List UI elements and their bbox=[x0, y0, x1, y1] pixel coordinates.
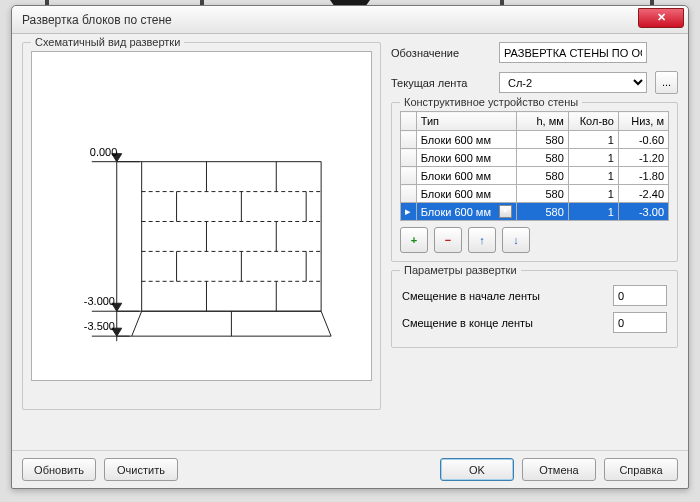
cell-qty[interactable]: 1 bbox=[568, 149, 618, 167]
ok-button[interactable]: OK bbox=[440, 458, 514, 481]
offset-start-row: Смещение в начале ленты bbox=[402, 285, 667, 306]
cell-h[interactable]: 580 bbox=[516, 149, 568, 167]
schematic-preview: 0.000 -3.000 -3.500 bbox=[31, 51, 372, 381]
clear-button[interactable]: Очистить bbox=[104, 458, 178, 481]
cell-low[interactable]: -0.60 bbox=[618, 131, 668, 149]
table-row[interactable]: Блоки 600 мм5801-1.80 bbox=[401, 167, 669, 185]
table-header-qty[interactable]: Кол-во bbox=[568, 112, 618, 131]
svg-text:-3.000: -3.000 bbox=[84, 295, 115, 307]
schematic-legend: Схематичный вид развертки bbox=[31, 36, 184, 48]
wall-table[interactable]: Тип h, мм Кол-во Низ, м Блоки 600 мм5801… bbox=[400, 111, 669, 221]
tape-more-button[interactable]: ... bbox=[655, 71, 678, 94]
designation-label: Обозначение bbox=[391, 47, 491, 59]
window-title: Развертка блоков по стене bbox=[22, 13, 172, 27]
tape-select[interactable]: Сл-2 bbox=[499, 72, 647, 93]
params-legend: Параметры развертки bbox=[400, 264, 521, 276]
cell-qty[interactable]: 1 bbox=[568, 131, 618, 149]
tape-row: Текущая лента Сл-2 ... bbox=[391, 71, 678, 94]
cell-qty[interactable]: 1 bbox=[568, 203, 618, 221]
row-marker bbox=[401, 149, 417, 167]
right-pane: Обозначение Текущая лента Сл-2 ... Конст… bbox=[391, 42, 678, 444]
cell-low[interactable]: -2.40 bbox=[618, 185, 668, 203]
svg-text:0.000: 0.000 bbox=[90, 146, 117, 158]
content-area: Схематичный вид развертки bbox=[12, 34, 688, 450]
cell-qty[interactable]: 1 bbox=[568, 167, 618, 185]
row-marker bbox=[401, 167, 417, 185]
close-button[interactable]: ✕ bbox=[638, 8, 684, 28]
schematic-group: Схематичный вид развертки bbox=[22, 42, 381, 410]
offset-start-label: Смещение в начале ленты bbox=[402, 290, 613, 302]
table-row[interactable]: ▸Блоки 600 мм▾5801-3.00 bbox=[401, 203, 669, 221]
cancel-button[interactable]: Отмена bbox=[522, 458, 596, 481]
row-marker: ▸ bbox=[401, 203, 417, 221]
table-header-low[interactable]: Низ, м bbox=[618, 112, 668, 131]
svg-text:-3.500: -3.500 bbox=[84, 320, 115, 332]
table-header-type[interactable]: Тип bbox=[416, 112, 516, 131]
left-pane: Схематичный вид развертки bbox=[22, 42, 381, 444]
cell-type[interactable]: Блоки 600 мм bbox=[416, 185, 516, 203]
cell-type[interactable]: Блоки 600 мм bbox=[416, 149, 516, 167]
cell-low[interactable]: -1.20 bbox=[618, 149, 668, 167]
designation-input[interactable] bbox=[499, 42, 647, 63]
table-row[interactable]: Блоки 600 мм5801-1.20 bbox=[401, 149, 669, 167]
designation-row: Обозначение bbox=[391, 42, 678, 63]
move-down-button[interactable]: ↓ bbox=[502, 227, 530, 253]
wall-structure-legend: Конструктивное устройство стены bbox=[400, 96, 582, 108]
table-row[interactable]: Блоки 600 мм5801-0.60 bbox=[401, 131, 669, 149]
chevron-down-icon[interactable]: ▾ bbox=[499, 205, 512, 218]
cell-type[interactable]: Блоки 600 мм bbox=[416, 131, 516, 149]
table-header-h[interactable]: h, мм bbox=[516, 112, 568, 131]
row-marker bbox=[401, 185, 417, 203]
add-row-button[interactable]: + bbox=[400, 227, 428, 253]
arrow-down-icon: ↓ bbox=[513, 234, 519, 246]
footer: Обновить Очистить OK Отмена Справка bbox=[12, 450, 688, 488]
row-marker bbox=[401, 131, 417, 149]
schematic-svg: 0.000 -3.000 -3.500 bbox=[32, 52, 371, 381]
tape-label: Текущая лента bbox=[391, 77, 491, 89]
cell-h[interactable]: 580 bbox=[516, 185, 568, 203]
dialog-window: Развертка блоков по стене ✕ Схематичный … bbox=[11, 5, 689, 489]
params-group: Параметры развертки Смещение в начале ле… bbox=[391, 270, 678, 348]
cell-type[interactable]: Блоки 600 мм▾ bbox=[416, 203, 516, 221]
remove-row-button[interactable]: − bbox=[434, 227, 462, 253]
offset-start-input[interactable] bbox=[613, 285, 667, 306]
offset-end-label: Смещение в конце ленты bbox=[402, 317, 613, 329]
minus-icon: − bbox=[445, 234, 451, 246]
wall-structure-group: Конструктивное устройство стены Тип h, м… bbox=[391, 102, 678, 262]
update-button[interactable]: Обновить bbox=[22, 458, 96, 481]
cell-type[interactable]: Блоки 600 мм bbox=[416, 167, 516, 185]
offset-end-input[interactable] bbox=[613, 312, 667, 333]
offset-end-row: Смещение в конце ленты bbox=[402, 312, 667, 333]
cell-qty[interactable]: 1 bbox=[568, 185, 618, 203]
table-button-row: + − ↑ ↓ bbox=[400, 227, 669, 253]
cell-low[interactable]: -1.80 bbox=[618, 167, 668, 185]
title-bar: Развертка блоков по стене ✕ bbox=[12, 6, 688, 34]
arrow-up-icon: ↑ bbox=[479, 234, 485, 246]
cell-h[interactable]: 580 bbox=[516, 167, 568, 185]
cell-h[interactable]: 580 bbox=[516, 203, 568, 221]
cell-h[interactable]: 580 bbox=[516, 131, 568, 149]
cell-low[interactable]: -3.00 bbox=[618, 203, 668, 221]
table-header-blank bbox=[401, 112, 417, 131]
move-up-button[interactable]: ↑ bbox=[468, 227, 496, 253]
help-button[interactable]: Справка bbox=[604, 458, 678, 481]
table-row[interactable]: Блоки 600 мм5801-2.40 bbox=[401, 185, 669, 203]
plus-icon: + bbox=[411, 234, 417, 246]
close-icon: ✕ bbox=[657, 11, 666, 23]
